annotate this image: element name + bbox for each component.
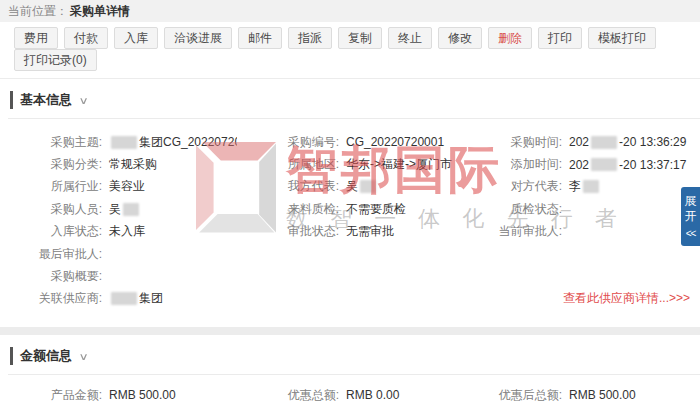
field-value: RMB 500.00 — [109, 388, 176, 402]
field-text: 未入库 — [109, 223, 145, 240]
toolbar-button-copy[interactable]: 复制 — [338, 27, 382, 49]
field-text: 集团CG_20220720001 — [139, 134, 237, 151]
field-text: RMB 500.00 — [109, 388, 176, 402]
field-label: 采购主题: — [0, 134, 109, 151]
chevron-down-icon[interactable]: ∨ — [79, 351, 89, 362]
redacted-text — [123, 203, 139, 216]
field-value: CG_20220720001 — [346, 135, 444, 149]
link-cell: 查看此供应商详情...>>> — [460, 288, 700, 310]
field-value: 吴 — [346, 178, 378, 195]
field-text: -20 13:36:29 — [619, 135, 686, 149]
field-value: 集团CG_20220720001 — [109, 134, 237, 151]
field-value: 202-20 13:37:17 — [569, 158, 686, 172]
field-cell: 质检状态: — [460, 198, 700, 220]
field-label: 入库状态: — [0, 223, 109, 240]
field-text: RMB 500.00 — [569, 388, 636, 402]
redacted-text — [111, 136, 137, 149]
toolbar-button-modify[interactable]: 修改 — [438, 27, 482, 49]
field-text: 集团 — [139, 290, 163, 307]
empty-cell — [237, 288, 460, 310]
field-label: 采购时间: — [460, 134, 569, 151]
redacted-text — [583, 180, 599, 193]
field-value: 李 — [569, 178, 601, 195]
redacted-text — [360, 180, 376, 193]
section-amount-info: 金额信息 ∨ 产品金额:RMB 500.00优惠总额:RMB 0.00优惠后总额… — [0, 335, 700, 412]
field-cell: 优惠总额:RMB 0.00 — [237, 383, 460, 407]
empty-cell — [237, 243, 460, 265]
toolbar-button-print[interactable]: 打印 — [538, 27, 582, 49]
field-cell: 采购人员:吴 — [0, 198, 237, 220]
field-cell: 所属行业:美容业 — [0, 176, 237, 198]
field-cell: 采购主题:集团CG_20220720001 — [0, 131, 237, 153]
field-value: 华东->福建->厦门市 — [346, 156, 452, 173]
field-cell: 关联供应商:集团 — [0, 288, 237, 310]
toolbar: 费用付款入库洽谈进展邮件指派复制终止修改删除打印模板打印打印记录(0) — [0, 22, 700, 79]
section-separator — [0, 327, 700, 335]
field-cell: 采购编号:CG_20220720001 — [237, 131, 460, 153]
field-label: 采购概要: — [0, 268, 109, 285]
field-value: 吴 — [109, 201, 141, 218]
supplier-detail-link[interactable]: 查看此供应商详情...>>> — [563, 290, 690, 307]
toolbar-button-print-records[interactable]: 打印记录(0) — [14, 49, 97, 71]
toolbar-button-terminate[interactable]: 终止 — [388, 27, 432, 49]
field-value: 202-20 13:36:29 — [569, 135, 686, 149]
toolbar-button-assign[interactable]: 指派 — [288, 27, 332, 49]
field-label: 采购分类: — [0, 156, 109, 173]
field-label: 来料质检: — [237, 201, 346, 218]
field-label: 质检状态: — [460, 201, 569, 218]
expand-tab[interactable]: 展开 << — [681, 187, 700, 246]
field-label: 当前审批人: — [460, 223, 569, 240]
breadcrumb-current: 采购单详情 — [70, 3, 130, 20]
field-cell: 最后审批人: — [0, 243, 237, 265]
field-label: 优惠后总额: — [460, 387, 569, 404]
toolbar-button-template-print[interactable]: 模板打印 — [588, 27, 656, 49]
field-label: 添加时间: — [460, 156, 569, 173]
field-text: 不需要质检 — [346, 201, 406, 218]
field-value: RMB 500.00 — [569, 388, 636, 402]
field-cell: 产品金额:RMB 500.00 — [0, 383, 237, 407]
basic-info-header[interactable]: 基本信息 ∨ — [0, 79, 700, 118]
empty-cell — [460, 243, 700, 265]
field-label: 产品金额: — [0, 387, 109, 404]
field-label: 关联供应商: — [0, 290, 109, 307]
toolbar-button-fee[interactable]: 费用 — [14, 27, 58, 49]
breadcrumb: 当前位置： 采购单详情 — [0, 0, 700, 22]
field-text: 无需审批 — [346, 223, 394, 240]
field-label: 采购编号: — [237, 134, 346, 151]
field-cell: 当前审批人: — [460, 221, 700, 243]
field-cell: 所属地区:华东->福建->厦门市 — [237, 153, 460, 175]
field-label: 审批状态: — [237, 223, 346, 240]
amount-info-title: 金额信息 — [10, 347, 72, 365]
toolbar-button-email[interactable]: 邮件 — [238, 27, 282, 49]
field-text: 202 — [569, 135, 589, 149]
basic-info-grid: 采购主题:集团CG_20220720001采购编号:CG_20220720001… — [0, 131, 700, 310]
redacted-text — [591, 158, 617, 171]
toolbar-button-payment[interactable]: 付款 — [64, 27, 108, 49]
toolbar-button-negotiation-progress[interactable]: 洽谈进展 — [164, 27, 232, 49]
field-text: 美容业 — [109, 178, 145, 195]
toolbar-button-delete[interactable]: 删除 — [488, 27, 532, 49]
field-cell: 采购时间:202-20 13:36:29 — [460, 131, 700, 153]
field-cell: 采购概要: — [0, 265, 237, 287]
field-cell: 付款总额:RMB 0.00 — [0, 407, 237, 412]
field-cell: 优惠后总额:RMB 500.00 — [460, 383, 700, 407]
field-label: 我方代表: — [237, 178, 346, 195]
divider — [8, 374, 700, 375]
field-text: -20 13:37:17 — [619, 158, 686, 172]
field-cell: 对方代表:李 — [460, 176, 700, 198]
field-text: 吴 — [346, 178, 358, 195]
field-value: 常规采购 — [109, 156, 157, 173]
toolbar-button-warehouse-in[interactable]: 入库 — [114, 27, 158, 49]
field-label: 所属行业: — [0, 178, 109, 195]
field-text: 华东->福建->厦门市 — [346, 156, 452, 173]
field-cell: 采购分类:常规采购 — [0, 153, 237, 175]
amount-info-header[interactable]: 金额信息 ∨ — [0, 335, 700, 374]
field-label: 最后审批人: — [0, 246, 109, 263]
field-text: CG_20220720001 — [346, 135, 444, 149]
redacted-text — [591, 136, 617, 149]
field-text: 李 — [569, 178, 581, 195]
chevron-down-icon[interactable]: ∨ — [79, 95, 89, 106]
section-basic-info: 基本信息 ∨ 采购主题:集团CG_20220720001采购编号:CG_2022… — [0, 79, 700, 327]
field-value: 未入库 — [109, 223, 145, 240]
basic-info-title: 基本信息 — [10, 91, 72, 109]
